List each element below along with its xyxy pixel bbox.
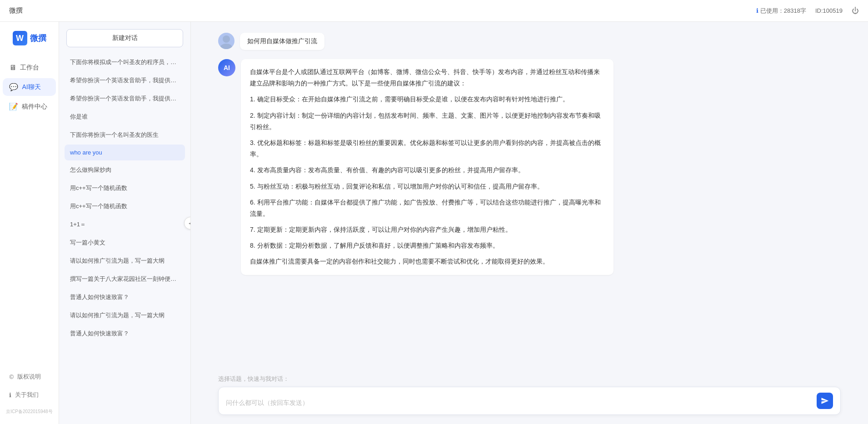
list-item[interactable]: 请以如何推广引流为题，写一篇大纲 [65, 307, 185, 324]
list-item[interactable]: 写一篇小黄文 [65, 234, 185, 251]
list-item[interactable]: 希望你扮演一个英语发音助手，我提供给你... [65, 90, 185, 107]
list-item[interactable]: 你是谁 [65, 108, 185, 125]
new-chat-button[interactable]: 新建对话 [66, 29, 183, 47]
list-item[interactable]: 下面你将扮演一个名叫圣友的医生 [65, 126, 185, 144]
list-item[interactable]: 怎么做狗屎炒肉 [65, 161, 185, 179]
svg-point-0 [223, 35, 230, 43]
workbench-icon: 🖥 [9, 64, 16, 72]
ai-paragraph: 8. 分析数据：定期分析数据，了解用户反馈和喜好，以便调整推广策略和内容发布频率… [250, 240, 604, 251]
user-bubble: 如何用自媒体做推广引流 [240, 33, 324, 50]
sidebar-item-workbench[interactable]: 🖥 工作台 [3, 59, 55, 76]
avatar-icon [218, 33, 234, 49]
ai-paragraph: 自媒体推广引流需要具备一定的内容创作和社交能力，同时也需要不断尝试和优化，才能取… [250, 256, 604, 267]
list-item[interactable]: 1+1＝ [65, 216, 185, 233]
usage-info: ℹ 已使用：28318字 [756, 7, 806, 15]
usage-text: 已使用：28318字 [760, 7, 806, 15]
nav-label-workbench: 工作台 [20, 64, 39, 72]
ai-content: 自媒体平台是个人或团队通过互联网平台（如博客、微博、微信公众号、抖音、快手等）发… [241, 59, 614, 275]
info-icon: ℹ [756, 7, 758, 14]
ai-paragraph: 6. 利用平台推广功能：自媒体平台都提供了推广功能，如广告投放、付费推广等，可以… [250, 197, 604, 219]
ai-avatar: AI [218, 59, 235, 76]
nav-bottom: © 版权说明 ℹ 关于我们 京ICP备2022015948号 [0, 369, 59, 415]
nav-label-copyright: 版权说明 [17, 373, 41, 381]
copyright-icon: © [9, 374, 14, 380]
drafts-icon: 📝 [9, 102, 18, 111]
sidebar-list: 下面你将模拟成一个叫圣友的程序员，我说...希望你扮演一个英语发音助手，我提供给… [59, 52, 190, 424]
logo-icon: W [13, 31, 27, 45]
nav-about[interactable]: ℹ 关于我们 [3, 387, 55, 403]
ai-message: AI 自媒体平台是个人或团队通过互联网平台（如博客、微博、微信公众号、抖音、快手… [218, 59, 841, 275]
icp-text: 京ICP备2022015948号 [3, 409, 55, 415]
power-icon[interactable]: ⏻ [852, 7, 859, 15]
left-nav: W 微撰 🖥 工作台 💬 AI聊天 📝 稿件中心 © 版权说明 ℹ [0, 22, 59, 424]
chat-area: 如何用自媒体做推广引流 AI 自媒体平台是个人或团队通过互联网平台（如博客、微博… [191, 22, 868, 424]
chat-input[interactable] [226, 398, 812, 409]
list-item[interactable]: 普通人如何快速致富？ [65, 289, 185, 306]
sidebar: 新建对话 下面你将模拟成一个叫圣友的程序员，我说...希望你扮演一个英语发音助手… [59, 22, 191, 424]
logo-area: W 微撰 [13, 31, 46, 45]
list-item[interactable]: 用c++写一个随机函数 [65, 180, 185, 197]
ai-paragraph: 1. 确定目标受众：在开始自媒体推广引流之前，需要明确目标受众是谁，以便在发布内… [250, 94, 604, 105]
main-layout: W 微撰 🖥 工作台 💬 AI聊天 📝 稿件中心 © 版权说明 ℹ [0, 22, 868, 424]
send-icon [821, 397, 829, 405]
about-icon: ℹ [9, 392, 11, 399]
topbar-right: ℹ 已使用：28318字 ID:100519 ⏻ [756, 7, 859, 15]
logo-text: 微撰 [30, 33, 46, 44]
list-item[interactable]: who are you [65, 145, 185, 160]
user-message: 如何用自媒体做推广引流 [218, 33, 841, 50]
list-item[interactable]: 撰写一篇关于八大家花园社区一刻钟便民生... [65, 270, 185, 288]
topbar-title: 微撰 [9, 6, 23, 15]
user-avatar [218, 33, 234, 49]
input-area: 选择话题，快速与我对话： [191, 371, 868, 424]
nav-items: 🖥 工作台 💬 AI聊天 📝 稿件中心 [0, 59, 59, 115]
svg-point-1 [220, 44, 232, 49]
aichat-icon: 💬 [9, 83, 18, 91]
sidebar-item-drafts[interactable]: 📝 稿件中心 [3, 98, 55, 115]
list-item[interactable]: 普通人如何快速致富？ [65, 325, 185, 342]
ai-paragraph: 自媒体平台是个人或团队通过互联网平台（如博客、微博、微信公众号、抖音、快手等）发… [250, 66, 604, 89]
topbar: 微撰 ℹ 已使用：28318字 ID:100519 ⏻ [0, 0, 868, 22]
ai-paragraph: 5. 与粉丝互动：积极与粉丝互动，回复评论和私信，可以增加用户对你的认可和信任，… [250, 181, 604, 192]
send-button[interactable] [817, 393, 833, 409]
ai-paragraph: 7. 定期更新：定期更新内容，保持活跃度，可以让用户对你的内容产生兴趣，增加用户… [250, 224, 604, 235]
nav-copyright[interactable]: © 版权说明 [3, 369, 55, 385]
chat-messages: 如何用自媒体做推广引流 AI 自媒体平台是个人或团队通过互联网平台（如博客、微博… [191, 22, 868, 371]
ai-paragraph: 4. 发布高质量内容：发布高质量、有价值、有趣的内容可以吸引更多的粉丝，并提高用… [250, 165, 604, 176]
list-item[interactable]: 用c++写一个随机函数 [65, 198, 185, 215]
input-box [218, 387, 841, 415]
nav-label-about: 关于我们 [15, 391, 39, 399]
sidebar-item-aichat[interactable]: 💬 AI聊天 [3, 78, 55, 96]
ai-paragraph: 3. 优化标题和标签：标题和标签是吸引粉丝的重要因素。优化标题和标签可以让更多的… [250, 137, 604, 160]
id-label: ID:100519 [815, 7, 843, 14]
list-item[interactable]: 请以如何推广引流为题，写一篇大纲 [65, 252, 185, 269]
ai-paragraph: 2. 制定内容计划：制定一份详细的内容计划，包括发布时间、频率、主题、文案、图片… [250, 110, 604, 133]
nav-label-drafts: 稿件中心 [22, 103, 47, 111]
quick-prompts-label: 选择话题，快速与我对话： [218, 375, 841, 383]
nav-label-aichat: AI聊天 [22, 83, 40, 91]
list-item[interactable]: 下面你将模拟成一个叫圣友的程序员，我说... [65, 54, 185, 71]
list-item[interactable]: 希望你扮演一个英语发音助手，我提供给你... [65, 72, 185, 89]
